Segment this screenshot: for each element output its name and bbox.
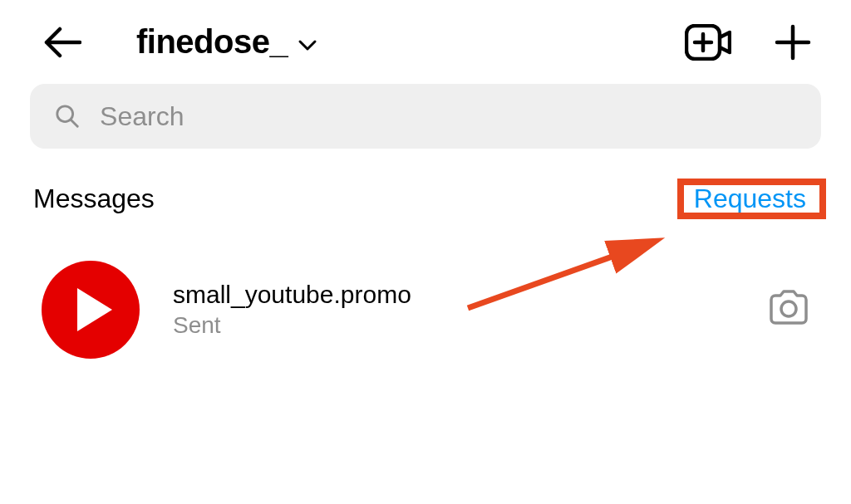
play-icon [77, 288, 112, 331]
username-label: finedose_ [136, 23, 288, 61]
search-input[interactable] [100, 101, 796, 132]
camera-button[interactable] [768, 290, 809, 330]
requests-link[interactable]: Requests [682, 175, 818, 222]
arrow-left-icon [43, 24, 81, 61]
thread-username: small_youtube.promo [173, 281, 735, 309]
search-icon [55, 103, 80, 130]
thread-text: small_youtube.promo Sent [173, 281, 735, 339]
header-actions [685, 24, 811, 61]
chevron-down-icon [298, 38, 317, 51]
search-row [0, 84, 851, 149]
new-message-button[interactable] [775, 24, 811, 61]
account-switcher[interactable]: finedose_ [136, 23, 317, 61]
header: finedose_ [0, 0, 851, 84]
camera-icon [768, 290, 809, 326]
new-video-call-button[interactable] [685, 24, 731, 61]
video-plus-icon [685, 24, 731, 61]
avatar [42, 261, 140, 359]
back-button[interactable] [43, 24, 81, 61]
plus-icon [775, 24, 811, 61]
section-header: Messages Requests [0, 149, 851, 231]
thread-status: Sent [173, 312, 735, 339]
messages-heading: Messages [33, 183, 155, 214]
search-box[interactable] [30, 84, 821, 149]
svg-point-4 [781, 301, 796, 316]
message-thread[interactable]: small_youtube.promo Sent [0, 231, 851, 367]
